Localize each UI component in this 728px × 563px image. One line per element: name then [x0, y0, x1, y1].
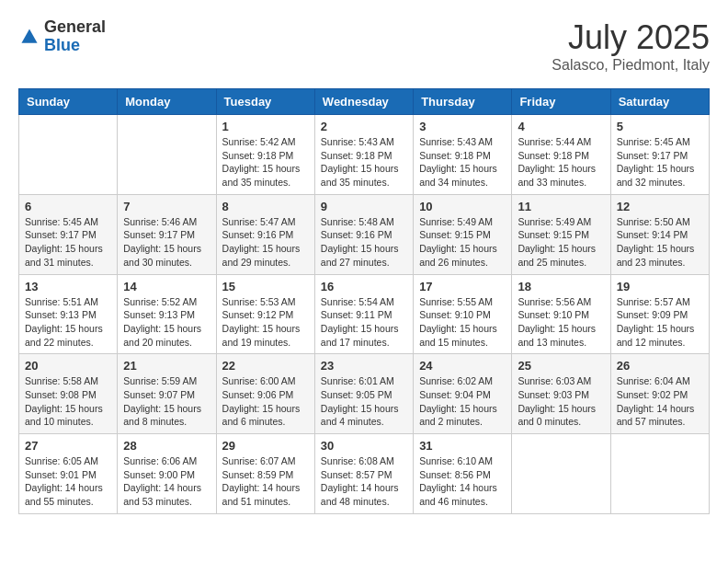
- calendar-cell: 6Sunrise: 5:45 AMSunset: 9:17 PMDaylight…: [19, 194, 118, 274]
- weekday-header-friday: Friday: [512, 89, 610, 115]
- day-number: 31: [419, 439, 506, 453]
- location: Salasco, Piedmont, Italy: [552, 57, 710, 74]
- day-info: Sunrise: 5:57 AMSunset: 9:09 PMDaylight:…: [617, 295, 703, 350]
- calendar-cell: 10Sunrise: 5:49 AMSunset: 9:15 PMDayligh…: [414, 194, 512, 274]
- day-number: 15: [222, 280, 309, 293]
- month-year: July 2025: [552, 18, 710, 57]
- day-info: Sunrise: 5:47 AMSunset: 9:16 PMDaylight:…: [222, 215, 309, 270]
- day-info: Sunrise: 5:55 AMSunset: 9:10 PMDaylight:…: [419, 295, 506, 350]
- day-number: 17: [419, 280, 506, 293]
- calendar-cell: 24Sunrise: 6:02 AMSunset: 9:04 PMDayligh…: [414, 354, 512, 434]
- day-info: Sunrise: 5:49 AMSunset: 9:15 PMDaylight:…: [518, 215, 604, 270]
- calendar-week-row: 13Sunrise: 5:51 AMSunset: 9:13 PMDayligh…: [19, 274, 710, 354]
- calendar-cell: 22Sunrise: 6:00 AMSunset: 9:06 PMDayligh…: [216, 354, 314, 434]
- calendar-cell: 17Sunrise: 5:55 AMSunset: 9:10 PMDayligh…: [414, 274, 512, 354]
- day-number: 28: [123, 439, 210, 453]
- day-info: Sunrise: 5:58 AMSunset: 9:08 PMDaylight:…: [25, 374, 111, 429]
- day-number: 7: [123, 200, 210, 213]
- day-number: 30: [321, 439, 407, 453]
- calendar-cell: 14Sunrise: 5:52 AMSunset: 9:13 PMDayligh…: [118, 274, 216, 354]
- day-number: 25: [518, 359, 604, 373]
- day-number: 9: [321, 200, 407, 213]
- calendar-cell: 16Sunrise: 5:54 AMSunset: 9:11 PMDayligh…: [314, 274, 413, 354]
- day-number: 26: [617, 359, 703, 373]
- day-number: 29: [222, 439, 309, 453]
- weekday-header-row: SundayMondayTuesdayWednesdayThursdayFrid…: [19, 89, 710, 115]
- day-number: 12: [617, 200, 703, 213]
- day-info: Sunrise: 5:51 AMSunset: 9:13 PMDaylight:…: [25, 295, 111, 350]
- calendar-week-row: 27Sunrise: 6:05 AMSunset: 9:01 PMDayligh…: [19, 434, 710, 514]
- weekday-header-tuesday: Tuesday: [216, 89, 314, 115]
- calendar-cell: 20Sunrise: 5:58 AMSunset: 9:08 PMDayligh…: [19, 354, 118, 434]
- calendar-cell: 11Sunrise: 5:49 AMSunset: 9:15 PMDayligh…: [512, 194, 610, 274]
- weekday-header-saturday: Saturday: [610, 89, 709, 115]
- calendar-cell: 4Sunrise: 5:44 AMSunset: 9:18 PMDaylight…: [512, 115, 610, 195]
- day-number: 24: [419, 359, 506, 373]
- title-block: July 2025 Salasco, Piedmont, Italy: [552, 18, 710, 74]
- day-info: Sunrise: 5:56 AMSunset: 9:10 PMDaylight:…: [518, 295, 604, 350]
- day-info: Sunrise: 5:44 AMSunset: 9:18 PMDaylight:…: [518, 135, 604, 190]
- logo: General Blue: [18, 18, 106, 55]
- day-info: Sunrise: 6:05 AMSunset: 9:01 PMDaylight:…: [25, 454, 111, 509]
- logo-icon: [18, 26, 40, 48]
- page-header: General Blue July 2025 Salasco, Piedmont…: [18, 18, 710, 74]
- calendar-week-row: 20Sunrise: 5:58 AMSunset: 9:08 PMDayligh…: [19, 354, 710, 434]
- day-info: Sunrise: 6:06 AMSunset: 9:00 PMDaylight:…: [123, 454, 210, 509]
- calendar-cell: 1Sunrise: 5:42 AMSunset: 9:18 PMDaylight…: [216, 115, 314, 195]
- calendar-cell: 7Sunrise: 5:46 AMSunset: 9:17 PMDaylight…: [118, 194, 216, 274]
- day-number: 19: [617, 280, 703, 293]
- day-info: Sunrise: 6:07 AMSunset: 8:59 PMDaylight:…: [222, 454, 309, 509]
- calendar-cell: [19, 115, 118, 195]
- day-number: 4: [518, 120, 604, 133]
- weekday-header-sunday: Sunday: [19, 89, 118, 115]
- day-info: Sunrise: 6:02 AMSunset: 9:04 PMDaylight:…: [419, 374, 506, 429]
- calendar-cell: 31Sunrise: 6:10 AMSunset: 8:56 PMDayligh…: [414, 434, 512, 514]
- day-info: Sunrise: 5:43 AMSunset: 9:18 PMDaylight:…: [321, 135, 407, 190]
- day-info: Sunrise: 6:10 AMSunset: 8:56 PMDaylight:…: [419, 454, 506, 509]
- calendar-cell: 15Sunrise: 5:53 AMSunset: 9:12 PMDayligh…: [216, 274, 314, 354]
- calendar-week-row: 1Sunrise: 5:42 AMSunset: 9:18 PMDaylight…: [19, 115, 710, 195]
- day-info: Sunrise: 5:42 AMSunset: 9:18 PMDaylight:…: [222, 135, 309, 190]
- day-info: Sunrise: 5:52 AMSunset: 9:13 PMDaylight:…: [123, 295, 210, 350]
- day-number: 14: [123, 280, 210, 293]
- day-info: Sunrise: 5:54 AMSunset: 9:11 PMDaylight:…: [321, 295, 407, 350]
- day-info: Sunrise: 5:59 AMSunset: 9:07 PMDaylight:…: [123, 374, 210, 429]
- calendar-cell: 12Sunrise: 5:50 AMSunset: 9:14 PMDayligh…: [610, 194, 709, 274]
- day-number: 16: [321, 280, 407, 293]
- calendar-cell: 21Sunrise: 5:59 AMSunset: 9:07 PMDayligh…: [118, 354, 216, 434]
- day-info: Sunrise: 5:50 AMSunset: 9:14 PMDaylight:…: [617, 215, 703, 270]
- day-info: Sunrise: 5:43 AMSunset: 9:18 PMDaylight:…: [419, 135, 506, 190]
- calendar-cell: [118, 115, 216, 195]
- calendar-cell: 3Sunrise: 5:43 AMSunset: 9:18 PMDaylight…: [414, 115, 512, 195]
- day-number: 1: [222, 120, 309, 133]
- calendar-cell: 9Sunrise: 5:48 AMSunset: 9:16 PMDaylight…: [314, 194, 413, 274]
- calendar-cell: [610, 434, 709, 514]
- day-info: Sunrise: 6:00 AMSunset: 9:06 PMDaylight:…: [222, 374, 309, 429]
- calendar-week-row: 6Sunrise: 5:45 AMSunset: 9:17 PMDaylight…: [19, 194, 710, 274]
- calendar-cell: 30Sunrise: 6:08 AMSunset: 8:57 PMDayligh…: [314, 434, 413, 514]
- day-info: Sunrise: 5:53 AMSunset: 9:12 PMDaylight:…: [222, 295, 309, 350]
- day-info: Sunrise: 6:04 AMSunset: 9:02 PMDaylight:…: [617, 374, 703, 429]
- day-number: 3: [419, 120, 506, 133]
- calendar-cell: 28Sunrise: 6:06 AMSunset: 9:00 PMDayligh…: [118, 434, 216, 514]
- calendar-cell: 27Sunrise: 6:05 AMSunset: 9:01 PMDayligh…: [19, 434, 118, 514]
- weekday-header-monday: Monday: [118, 89, 216, 115]
- day-number: 20: [25, 359, 111, 373]
- weekday-header-wednesday: Wednesday: [314, 89, 413, 115]
- day-info: Sunrise: 5:46 AMSunset: 9:17 PMDaylight:…: [123, 215, 210, 270]
- day-number: 18: [518, 280, 604, 293]
- calendar-table: SundayMondayTuesdayWednesdayThursdayFrid…: [18, 88, 710, 514]
- day-info: Sunrise: 6:03 AMSunset: 9:03 PMDaylight:…: [518, 374, 604, 429]
- day-info: Sunrise: 5:45 AMSunset: 9:17 PMDaylight:…: [25, 215, 111, 270]
- calendar-cell: 2Sunrise: 5:43 AMSunset: 9:18 PMDaylight…: [314, 115, 413, 195]
- calendar-cell: 26Sunrise: 6:04 AMSunset: 9:02 PMDayligh…: [610, 354, 709, 434]
- svg-marker-0: [21, 29, 37, 42]
- calendar-cell: 19Sunrise: 5:57 AMSunset: 9:09 PMDayligh…: [610, 274, 709, 354]
- day-number: 22: [222, 359, 309, 373]
- day-number: 11: [518, 200, 604, 213]
- day-number: 13: [25, 280, 111, 293]
- day-info: Sunrise: 5:48 AMSunset: 9:16 PMDaylight:…: [321, 215, 407, 270]
- calendar-cell: 29Sunrise: 6:07 AMSunset: 8:59 PMDayligh…: [216, 434, 314, 514]
- day-number: 8: [222, 200, 309, 213]
- day-number: 5: [617, 120, 703, 133]
